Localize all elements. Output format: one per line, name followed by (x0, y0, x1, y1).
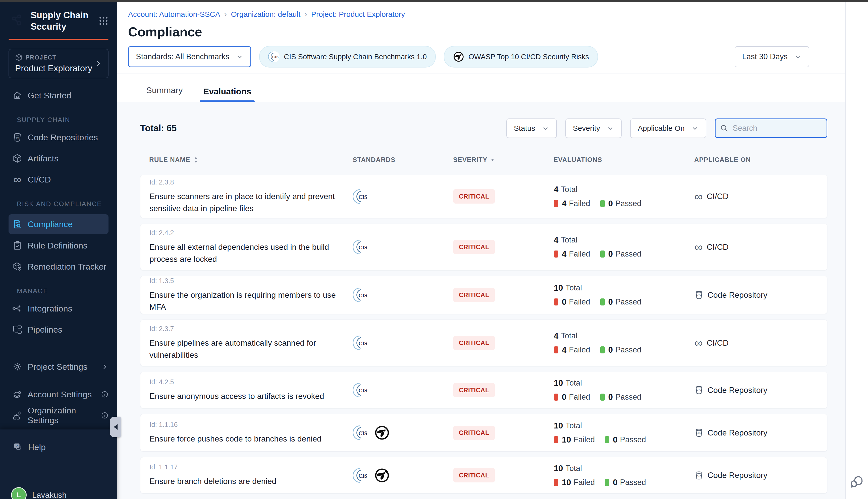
severity-badge: CRITICAL (453, 288, 495, 302)
sidebar-item-artifacts[interactable]: Artifacts (9, 151, 108, 166)
column-header-rule-name[interactable]: RULE NAME (149, 156, 353, 164)
sidebar-item-get-started[interactable]: Get Started (9, 88, 108, 102)
cis-logo-icon (353, 239, 369, 255)
gear-icon (13, 362, 22, 372)
table-row[interactable]: Id: 2.3.7 Ensure pipelines are automatic… (140, 319, 827, 366)
sidebar-item-label: Compliance (28, 219, 73, 229)
sidebar-item-label: CI/CD (28, 175, 51, 184)
brand-title: Supply Chain Security (31, 10, 88, 32)
breadcrumb: Account: Automation-SSCA › Organization:… (128, 10, 834, 19)
severity-filter-select[interactable]: Severity (565, 119, 622, 138)
applicable-on-value: CI/CD (707, 338, 728, 348)
applicable-on-value: Code Repository (708, 428, 767, 438)
table-row[interactable]: Id: 2.3.8 Ensure scanners are in place t… (140, 175, 827, 218)
project-selector[interactable]: PROJECT Product Exploratory (9, 49, 108, 78)
sidebar-item-label: Organization Settings (28, 406, 95, 425)
table-row[interactable]: Id: 2.4.2 Ensure all external dependenci… (140, 224, 827, 270)
info-icon[interactable] (101, 412, 108, 419)
app-grid-menu-icon[interactable] (98, 16, 108, 26)
help-chat-icon (13, 442, 23, 452)
applicable-on-value: CI/CD (707, 242, 728, 252)
table-row[interactable]: Id: 1.1.17 Ensure branch deletions are d… (140, 457, 827, 494)
standard-chip-cis[interactable]: CIS Software Supply Chain Benchmarks 1.0 (259, 46, 436, 68)
table-row[interactable]: Id: 4.2.5 Ensure anonymous access to art… (140, 372, 827, 409)
package-icon (15, 54, 23, 61)
rule-name: Ensure branch deletions are denied (149, 475, 343, 487)
sidebar-item-label: Account Settings (28, 390, 92, 399)
date-range-select[interactable]: Last 30 Days (735, 46, 809, 67)
severity-badge: CRITICAL (453, 468, 495, 483)
breadcrumb-organization[interactable]: Organization: default (231, 10, 301, 19)
breadcrumb-project[interactable]: Project: Product Exploratory (311, 10, 405, 19)
standard-chip-owasp[interactable]: OWASP Top 10 CI/CD Security Risks (444, 46, 598, 68)
page-header: Account: Automation-SSCA › Organization:… (117, 2, 845, 74)
rule-id: Id: 4.2.5 (149, 378, 343, 386)
browser-top-strip (0, 0, 868, 2)
filter-bar: Standards: All Benchmarks CIS Software S… (128, 46, 834, 68)
collapse-arrow-icon (114, 424, 118, 430)
passed-marker (600, 393, 605, 401)
rule-id: Id: 2.4.2 (149, 229, 343, 237)
artifacts-box-icon (13, 154, 22, 163)
standards-select[interactable]: Standards: All Benchmarks (128, 46, 251, 67)
code-repository-icon (695, 386, 703, 394)
status-filter-select[interactable]: Status (506, 119, 557, 138)
failed-marker (554, 393, 558, 401)
rule-name: Ensure the organization is requiring mem… (149, 289, 343, 313)
tabs: Summary Evaluations (117, 74, 845, 102)
sort-icon[interactable] (193, 156, 199, 164)
cis-logo-icon (353, 382, 369, 398)
breadcrumb-account[interactable]: Account: Automation-SSCA (128, 10, 220, 19)
table-row[interactable]: Id: 1.1.16 Ensure force pushes code to b… (140, 414, 827, 452)
rule-id: Id: 2.3.7 (149, 325, 343, 333)
passed-marker (600, 346, 605, 353)
sidebar-item-organization-settings[interactable]: Organization Settings (9, 409, 108, 423)
sidebar-item-cicd[interactable]: ∞ CI/CD (9, 172, 108, 186)
sidebar-item-rule-definitions[interactable]: Rule Definitions (9, 239, 108, 253)
table-row[interactable]: Id: 1.3.5 Ensure the organization is req… (140, 276, 827, 314)
severity-badge: CRITICAL (453, 189, 495, 204)
clipboard-check-icon (13, 241, 22, 250)
code-repository-icon (695, 471, 703, 480)
integrations-icon (13, 304, 22, 313)
sidebar-item-code-repositories[interactable]: Code Repositories (9, 130, 108, 144)
failed-marker (554, 251, 558, 257)
rule-id: Id: 2.3.8 (149, 179, 343, 186)
search-icon (720, 124, 728, 133)
sidebar-item-compliance[interactable]: Compliance (9, 214, 108, 234)
sidebar-item-label: Project Settings (28, 362, 87, 372)
tab-summary[interactable]: Summary (145, 83, 184, 102)
sidebar-item-integrations[interactable]: Integrations (9, 302, 108, 316)
tab-evaluations[interactable]: Evaluations (202, 84, 253, 102)
sidebar-collapse-handle[interactable] (110, 417, 121, 437)
right-rail (845, 2, 868, 499)
rule-name: Ensure force pushes code to branches is … (149, 433, 343, 445)
sidebar-item-remediation-tracker[interactable]: Remediation Tracker (9, 259, 108, 273)
sidebar-item-pipelines[interactable]: Pipelines (9, 322, 108, 337)
passed-marker (605, 479, 609, 486)
sidebar-item-help[interactable]: Help (9, 442, 108, 452)
passed-marker (600, 200, 605, 207)
sidebar-item-project-settings[interactable]: Project Settings (9, 360, 108, 374)
search-input[interactable] (715, 119, 827, 138)
chat-widget-icon[interactable] (849, 474, 865, 489)
table-header-row: RULE NAME STANDARDS SEVERITY EVALUATIONS… (140, 156, 827, 164)
sidebar-item-account-settings[interactable]: Account Settings (9, 387, 108, 401)
passed-marker (605, 436, 609, 443)
applicable-on-value: Code Repository (708, 290, 767, 300)
failed-marker (554, 436, 558, 443)
applicable-on-filter-select[interactable]: Applicable On (630, 119, 706, 138)
sort-desc-icon[interactable] (490, 157, 495, 162)
code-repository-icon (695, 290, 703, 300)
cis-logo-icon (353, 188, 369, 205)
box-wrench-icon (13, 262, 22, 271)
chevron-down-icon (606, 124, 614, 132)
rule-id: Id: 1.1.16 (149, 421, 343, 429)
column-header-severity[interactable]: SEVERITY (453, 156, 554, 164)
sidebar-item-label: Pipelines (28, 325, 62, 334)
info-icon[interactable] (101, 391, 108, 398)
rule-name: Ensure all external dependencies used in… (149, 241, 343, 265)
standards-select-value: Standards: All Benchmarks (136, 52, 229, 61)
infinity-icon: ∞ (695, 192, 703, 201)
user-menu[interactable]: L Lavakush (9, 487, 108, 499)
